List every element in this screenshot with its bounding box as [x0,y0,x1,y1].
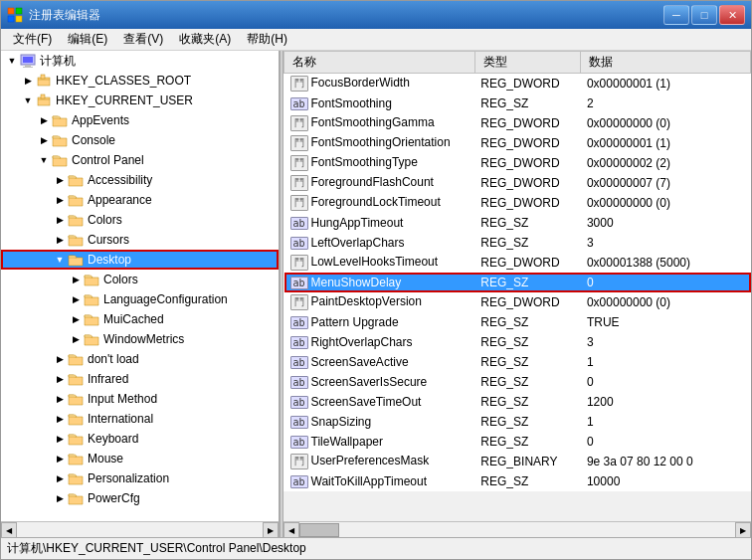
expand-arrow-languageconfig[interactable]: ▶ [69,292,83,306]
table-row[interactable]: abLeftOverlapCharsREG_SZ3 [284,233,751,253]
tree-hscroll-left[interactable]: ◀ [1,522,17,537]
tree-item-international[interactable]: ▶International [1,409,279,429]
expand-arrow-infrared[interactable]: ▶ [53,372,67,386]
table-row[interactable]: 鬥LowLevelHooksTimeoutREG_DWORD0x00001388… [284,253,751,273]
reg-type-cell: REG_DWORD [474,133,581,153]
expand-arrow-personalization[interactable]: ▶ [53,471,67,485]
folder-icon-accessibility [68,172,84,188]
tree-item-inputmethod[interactable]: ▶Input Method [1,389,279,409]
svg-rect-0 [8,8,14,14]
tree-item-hkcu[interactable]: ▼HKEY_CURRENT_USER [1,91,279,110]
tree-item-mouse[interactable]: ▶Mouse [1,449,279,468]
table-row[interactable]: 鬥UserPreferencesMaskREG_BINARY9e 3a 07 8… [284,452,751,471]
expand-arrow-hkcu[interactable]: ▼ [21,93,35,107]
tree-item-windowmetrics[interactable]: ▶WindowMetrics [1,329,279,349]
expand-arrow-keyboard[interactable]: ▶ [53,432,67,446]
table-row[interactable]: abScreenSaverIsSecureREG_SZ0 [284,372,751,392]
tree-item-muicached[interactable]: ▶MuiCached [1,309,279,329]
menu-help[interactable]: 帮助(H) [239,29,295,50]
tree-item-keyboard[interactable]: ▶Keyboard [1,429,279,449]
table-row[interactable]: abPattern UpgradeREG_SZTRUE [284,312,751,332]
registry-hscroll-left[interactable]: ◀ [283,522,299,537]
expand-arrow-controlpanel[interactable]: ▼ [37,153,51,167]
close-button[interactable]: ✕ [719,5,745,25]
table-row[interactable]: abTileWallpaperREG_SZ0 [284,432,751,452]
table-row[interactable]: 鬥FontSmoothingTypeREG_DWORD0x00000002 (2… [284,153,751,173]
expand-arrow-international[interactable]: ▶ [53,412,67,426]
menu-file[interactable]: 文件(F) [5,29,60,50]
table-row[interactable]: 鬥FontSmoothingGammaREG_DWORD0x00000000 (… [284,113,751,133]
col-header-data: 数据 [581,52,751,74]
expand-arrow-mouse[interactable]: ▶ [53,452,67,466]
tree-label-accessibility: Accessibility [88,173,152,187]
title-bar: 注册表编辑器 ─ □ ✕ [1,1,751,29]
table-row[interactable]: abScreenSaveActiveREG_SZ1 [284,352,751,372]
folder-icon-appevents [52,112,68,128]
tree-item-powercfg[interactable]: ▶PowerCfg [1,488,279,508]
expand-arrow-desktopcolors[interactable]: ▶ [69,273,83,286]
tree-item-desktopcolors[interactable]: ▶Colors [1,270,279,289]
tree-item-computer[interactable]: ▼计算机 [1,51,279,71]
reg-data-cell: 0x00000000 (0) [581,113,751,133]
table-row[interactable]: abHungAppTimeoutREG_SZ3000 [284,213,751,233]
window-icon [7,7,23,23]
expand-arrow-muicached[interactable]: ▶ [69,312,83,326]
menu-favorites[interactable]: 收藏夹(A) [171,29,239,50]
table-row[interactable]: 鬥ForegroundFlashCountREG_DWORD0x00000007… [284,173,751,193]
table-row[interactable]: 鬥ForegroundLockTimeoutREG_DWORD0x0000000… [284,193,751,213]
table-row[interactable]: abRightOverlapCharsREG_SZ3 [284,332,751,352]
expand-arrow-windowmetrics[interactable]: ▶ [69,332,83,346]
maximize-button[interactable]: □ [691,5,717,25]
table-row[interactable]: abSnapSizingREG_SZ1 [284,412,751,432]
reg-name-cell: abMenuShowDelay [284,273,475,292]
expand-arrow-appearance[interactable]: ▶ [53,193,67,207]
tree-item-hkcr[interactable]: ▶HKEY_CLASSES_ROOT [1,71,279,91]
expand-arrow-computer[interactable]: ▼ [5,54,19,68]
tree-panel: ▼计算机▶HKEY_CLASSES_ROOT▼HKEY_CURRENT_USER… [1,51,280,537]
registry-table-scroll[interactable]: 名称 类型 数据 鬥FocusBorderWidthREG_DWORD0x000… [283,51,751,521]
reg-type-cell: REG_DWORD [474,113,581,133]
tree-item-infrared[interactable]: ▶Infrared [1,369,279,389]
table-row[interactable]: 鬥FontSmoothingOrientationREG_DWORD0x0000… [284,133,751,153]
tree-item-console[interactable]: ▶Console [1,130,279,150]
table-row[interactable]: abScreenSaveTimeOutREG_SZ1200 [284,392,751,412]
tree-item-personalization[interactable]: ▶Personalization [1,468,279,488]
reg-data-cell: 1 [581,412,751,432]
tree-item-languageconfig[interactable]: ▶LanguageConfiguration [1,289,279,309]
tree-item-appevents[interactable]: ▶AppEvents [1,110,279,130]
reg-data-cell: 0 [581,273,751,292]
tree-scroll[interactable]: ▼计算机▶HKEY_CLASSES_ROOT▼HKEY_CURRENT_USER… [1,51,279,521]
tree-item-appearance[interactable]: ▶Appearance [1,190,279,210]
expand-arrow-cursors[interactable]: ▶ [53,233,67,247]
reg-name-cell: abTileWallpaper [284,432,475,452]
table-row[interactable]: 鬥PaintDesktopVersionREG_DWORD0x00000000 … [284,292,751,312]
expand-arrow-dontload[interactable]: ▶ [53,352,67,366]
tree-item-controlpanel[interactable]: ▼Control Panel [1,150,279,170]
minimize-button[interactable]: ─ [663,5,689,25]
expand-arrow-accessibility[interactable]: ▶ [53,173,67,187]
tree-item-desktop[interactable]: ▼Desktop [1,250,279,270]
tree-item-accessibility[interactable]: ▶Accessibility [1,170,279,190]
expand-arrow-colors[interactable]: ▶ [53,213,67,227]
expand-arrow-inputmethod[interactable]: ▶ [53,392,67,406]
registry-hscroll-thumb[interactable] [299,523,339,537]
reg-data-cell: TRUE [581,312,751,332]
tree-item-cursors[interactable]: ▶Cursors [1,230,279,250]
menu-view[interactable]: 查看(V) [115,29,171,50]
expand-arrow-appevents[interactable]: ▶ [37,113,51,127]
reg-data-cell: 3000 [581,213,751,233]
registry-hscroll-right[interactable]: ▶ [735,522,751,537]
table-row[interactable]: 鬥FocusBorderWidthREG_DWORD0x00000001 (1) [284,74,751,93]
expand-arrow-hkcr[interactable]: ▶ [21,74,35,88]
expand-arrow-powercfg[interactable]: ▶ [53,491,67,505]
menu-edit[interactable]: 编辑(E) [60,29,115,50]
tree-item-dontload[interactable]: ▶don't load [1,349,279,369]
table-row[interactable]: abMenuShowDelayREG_SZ0 [284,273,751,292]
expand-arrow-desktop[interactable]: ▼ [53,253,67,267]
tree-item-colors[interactable]: ▶Colors [1,210,279,230]
expand-arrow-console[interactable]: ▶ [37,133,51,147]
table-row[interactable]: abFontSmoothingREG_SZ2 [284,93,751,113]
table-row[interactable]: abWaitToKillAppTimeoutREG_SZ10000 [284,471,751,491]
tree-hscroll-right[interactable]: ▶ [263,522,279,537]
folder-icon-desktop [68,252,84,268]
